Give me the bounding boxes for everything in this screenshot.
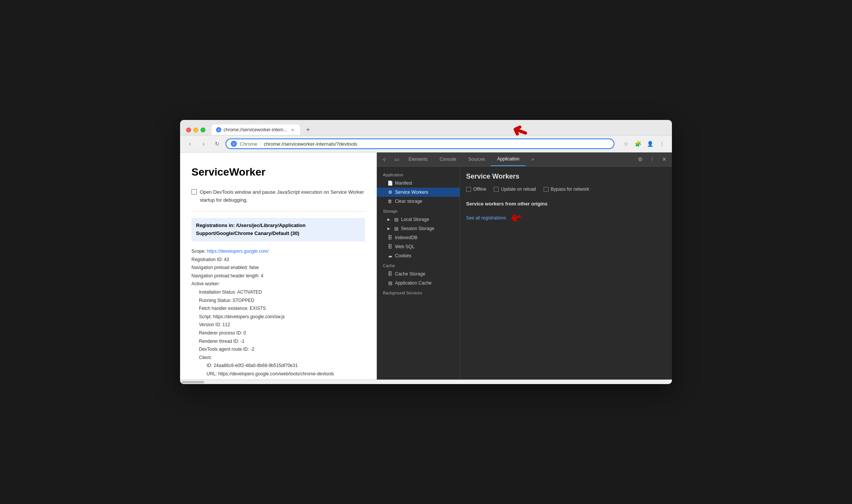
sidebar-item-manifest-label: Manifest [395, 180, 412, 186]
sidebar-item-cache-label: Cache Storage [395, 271, 425, 277]
panel-title: Service Workers [466, 173, 666, 180]
running-status: Running Status: STOPPED [199, 297, 365, 305]
option-bypass-for-network: Bypass for network [544, 187, 589, 192]
sidebar-item-clear-storage[interactable]: 🗑 Clear storage [377, 197, 460, 206]
cache-storage-icon: 🗄 [387, 271, 393, 277]
clear-storage-icon: 🗑 [387, 199, 393, 204]
tab-application[interactable]: Application [491, 152, 526, 166]
sidebar-section-application: Application [377, 170, 460, 179]
option-update-on-reload: Update on reload [494, 187, 536, 192]
debug-checkbox[interactable] [191, 189, 197, 194]
sidebar-item-application-cache[interactable]: ▤ Application Cache [377, 278, 460, 288]
scope-label: Scope: [191, 249, 205, 254]
client-label-2: Client: [199, 378, 365, 380]
renderer-thread: Renderer thread ID: -1 [199, 338, 365, 346]
client-label-1: Client: [199, 354, 365, 362]
tab-console[interactable]: Console [434, 152, 462, 166]
sidebar-item-indexeddb[interactable]: 🗄 IndexedDB [377, 233, 460, 242]
menu-button[interactable]: ⋮ [657, 138, 667, 149]
scope-link[interactable]: https://developers.google.com/ [207, 249, 269, 254]
web-sql-icon: 🗄 [387, 244, 393, 249]
version-id: Version ID: 112 [199, 321, 365, 329]
devtools-sidebar: Application 📄 Manifest ⚙ Service Workers… [377, 166, 460, 380]
devtools-main: Service Workers Offline Update on reload [460, 166, 672, 380]
settings-icon-btn[interactable]: ⚙ [634, 152, 646, 166]
installation-status: Installation Status: ACTIVATED [199, 288, 365, 297]
sidebar-item-local-storage[interactable]: ▶ ▤ Local Storage [377, 215, 460, 224]
offline-label: Offline [473, 187, 486, 192]
back-button[interactable]: ‹ [185, 138, 195, 149]
sidebar-item-cookies-label: Cookies [395, 253, 411, 258]
page-content: ServiceWorker Open DevTools window and p… [180, 152, 377, 380]
nav-preload-enabled: Navigation preload enabled: false [191, 264, 365, 272]
tab-more[interactable]: » [526, 152, 540, 166]
bypass-checkbox[interactable] [544, 187, 549, 192]
sidebar-item-web-sql[interactable]: 🗄 Web SQL [377, 242, 460, 251]
see-all-registrations-link[interactable]: See all registrations [466, 215, 506, 221]
sidebar-item-session-storage[interactable]: ▶ ▤ Session Storage [377, 224, 460, 233]
sidebar-section-background: Background Services [377, 288, 460, 297]
indexeddb-icon: 🗄 [387, 235, 393, 240]
address-bar[interactable]: ⊙ Chrome chrome://serviceworker-internal… [225, 138, 614, 149]
script: Script: https://developers.google.com/sw… [199, 313, 365, 321]
red-arrow-registrations: ➜ [508, 210, 524, 226]
maximize-button[interactable] [201, 128, 205, 132]
tab-title: chrome://serviceworker-intern... [224, 127, 287, 132]
forward-button[interactable]: › [198, 138, 209, 149]
session-storage-icon: ▤ [393, 226, 399, 231]
traffic-lights [186, 128, 205, 132]
session-storage-arrow-icon: ▶ [387, 227, 391, 230]
sidebar-item-wsql-label: Web SQL [395, 244, 415, 249]
nav-actions: ☆ 🧩 👤 ⋮ [620, 138, 667, 149]
bookmark-button[interactable]: ☆ [620, 138, 631, 149]
sidebar-item-cache-storage[interactable]: 🗄 Cache Storage [377, 269, 460, 278]
close-button[interactable] [186, 128, 191, 132]
reload-button[interactable]: ↻ [212, 138, 222, 149]
update-on-reload-label: Update on reload [501, 187, 536, 192]
sidebar-item-appcache-label: Application Cache [395, 280, 432, 286]
app-cache-icon: ▤ [387, 280, 393, 286]
new-tab-button[interactable]: + [303, 125, 313, 135]
service-workers-icon: ⚙ [387, 190, 393, 195]
sidebar-item-ss-label: Session Storage [401, 226, 434, 231]
sidebar-section-cache: Cache [377, 260, 460, 269]
renderer-process: Renderer process ID: 0 [199, 329, 365, 338]
address-favicon: ⊙ [231, 141, 237, 147]
page-title: ServiceWorker [191, 164, 365, 181]
devtools-body: Application 📄 Manifest ⚙ Service Workers… [377, 166, 672, 380]
cursor-icon-btn[interactable]: ⊹ [378, 152, 390, 166]
other-origins-section: Service workers from other origins See a… [466, 201, 666, 225]
local-storage-arrow-icon: ▶ [387, 218, 391, 221]
debug-checkbox-row: Open DevTools window and pause JavaScrip… [191, 188, 365, 204]
option-offline: Offline [466, 187, 486, 192]
more-icon-btn[interactable]: ⋮ [646, 152, 658, 166]
client-url-1: URL: https://developers.google.com/web/t… [207, 370, 365, 378]
url-display: chrome://serviceworker-internals/?devtoo… [264, 141, 609, 147]
sidebar-item-service-workers[interactable]: ⚙ Service Workers [377, 188, 460, 197]
browser-tab[interactable]: ⊙ chrome://serviceworker-intern... ✕ [211, 124, 300, 135]
sidebar-item-sw-label: Service Workers [395, 190, 428, 195]
extensions-button[interactable]: 🧩 [633, 138, 643, 149]
nav-bar: ‹ › ↻ ⊙ Chrome chrome://serviceworker-in… [180, 135, 672, 152]
profile-button[interactable]: 👤 [645, 138, 655, 149]
sidebar-item-manifest[interactable]: 📄 Manifest [377, 179, 460, 188]
offline-checkbox[interactable] [466, 187, 471, 192]
minimize-button[interactable] [193, 128, 198, 132]
sidebar-item-cookies[interactable]: ☁ Cookies [377, 251, 460, 260]
sidebar-section-storage: Storage [377, 206, 460, 215]
tab-elements[interactable]: Elements [403, 152, 434, 166]
scrollbar-thumb[interactable] [182, 381, 204, 383]
tab-close-button[interactable]: ✕ [289, 127, 295, 133]
page-scrollbar [180, 380, 672, 384]
registrations-header: Registrations in: /Users/jec/Library/App… [191, 218, 365, 241]
tab-sources[interactable]: Sources [462, 152, 491, 166]
see-all-row: See all registrations ➜ [466, 211, 666, 225]
cookies-icon: ☁ [387, 253, 393, 258]
close-devtools-btn[interactable]: ✕ [658, 152, 670, 166]
sidebar-item-idb-label: IndexedDB [395, 235, 417, 240]
worker-info: Scope: https://developers.google.com/ Re… [191, 247, 365, 380]
sidebar-item-ls-label: Local Storage [401, 217, 429, 222]
update-on-reload-checkbox[interactable] [494, 187, 499, 192]
main-content: ServiceWorker Open DevTools window and p… [180, 152, 672, 380]
device-icon-btn[interactable]: ▭ [390, 152, 403, 166]
